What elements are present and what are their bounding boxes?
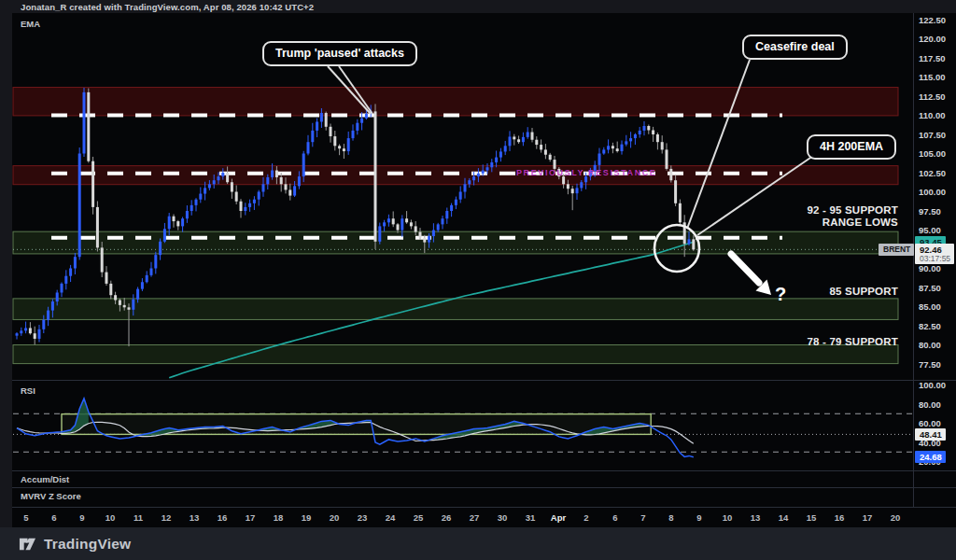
zone-caption-previously-resistance[interactable]: PREVIOUSLY RESISTANCE — [516, 168, 656, 177]
time-tick-6: 6 — [612, 512, 617, 523]
time-tick-17: 17 — [863, 512, 873, 523]
time-tick-Apr: Apr — [551, 512, 566, 523]
price-tick-110: 110.00 — [919, 110, 946, 120]
price-zones — [13, 88, 898, 364]
time-tick-15: 15 — [807, 512, 817, 523]
price-tick-95: 95.00 — [919, 225, 941, 235]
price-tick-122.5: 122.50 — [919, 15, 946, 25]
time-tick-8: 8 — [668, 512, 673, 523]
rsi-tick-100: 100.00 — [919, 380, 946, 390]
price-tick-87.5: 87.50 — [919, 283, 941, 293]
time-tick-9: 9 — [79, 512, 84, 523]
bar-countdown: 03:17:55 — [920, 255, 950, 263]
price-tick-112.5: 112.50 — [919, 91, 946, 102]
pane-separator-accum[interactable] — [12, 470, 956, 471]
tradingview-brand-text[interactable]: TradingView — [44, 536, 131, 553]
price-tick-107.5: 107.50 — [919, 130, 946, 140]
zone-support-78-79 — [13, 345, 898, 364]
ema-indicator-label[interactable]: EMA — [21, 19, 40, 29]
rsi-tick-80: 80.00 — [919, 399, 941, 410]
time-tick-13: 13 — [190, 512, 200, 523]
price-axis-border — [913, 13, 914, 507]
rsi-tick-60: 60.00 — [919, 418, 941, 428]
zone-support-85 — [13, 299, 898, 320]
annotation-4h-200ema[interactable]: 4H 200EMA — [807, 134, 896, 160]
footer-bar: TradingView — [0, 527, 956, 560]
price-tick-80: 80.00 — [919, 340, 941, 350]
time-tick-2: 2 — [583, 512, 588, 523]
rsi-value-badge: 24.68 — [915, 451, 946, 463]
time-tick-10: 10 — [723, 512, 733, 523]
time-tick-30: 30 — [498, 512, 508, 523]
time-tick-16: 16 — [218, 512, 228, 523]
zone-support-92-95 — [13, 231, 898, 254]
tradingview-chart-snapshot: Jonatan_R created with TradingView.com, … — [0, 0, 956, 560]
last-price-badge: 92.46 03:17:55 — [915, 244, 954, 264]
price-tick-115: 115.00 — [919, 72, 946, 82]
time-tick-13: 13 — [751, 512, 761, 523]
time-tick-16: 16 — [835, 512, 845, 523]
price-tick-102.5: 102.50 — [919, 168, 946, 178]
price-tick-97.5: 97.50 — [919, 206, 941, 217]
time-tick-20: 20 — [330, 512, 340, 523]
annotation-ceasefire-deal[interactable]: Ceasefire deal — [742, 35, 848, 60]
time-tick-25: 25 — [414, 512, 424, 523]
accum-dist-indicator-label[interactable]: Accum/Dist — [21, 474, 69, 484]
support-label-92-95[interactable]: 92 - 95 SUPPORT RANGE LOWS — [807, 204, 898, 229]
price-tick-85: 85.00 — [919, 301, 941, 312]
price-tick-82.5: 82.50 — [919, 321, 941, 331]
tradingview-logo-icon[interactable] — [19, 535, 36, 553]
time-tick-14: 14 — [779, 512, 789, 523]
time-tick-27: 27 — [470, 512, 480, 523]
time-tick-17: 17 — [246, 512, 256, 523]
time-tick-23: 23 — [358, 512, 368, 523]
question-mark-annotation[interactable]: ? — [775, 284, 786, 305]
rsi-ma-value-badge: 48.41 — [915, 428, 946, 441]
time-tick-11: 11 — [134, 512, 143, 523]
mvrv-indicator-label[interactable]: MVRV Z Score — [21, 491, 81, 501]
pane-separator-mvrv[interactable] — [12, 487, 956, 488]
time-tick-31: 31 — [526, 512, 536, 523]
support-label-78-79[interactable]: 78 - 79 SUPPORT — [807, 336, 898, 348]
down-arrow-shaft — [731, 254, 759, 283]
time-axis-separator — [12, 507, 956, 508]
symbol-tag-brent: BRENT — [879, 244, 914, 256]
price-tick-77.5: 77.50 — [919, 359, 941, 370]
time-tick-5: 5 — [23, 512, 28, 523]
time-tick-6: 6 — [51, 512, 56, 523]
zone-resistance-upper — [13, 88, 898, 116]
time-tick-20: 20 — [891, 512, 901, 523]
support-label-92-95-line2: RANGE LOWS — [822, 217, 898, 228]
time-tick-10: 10 — [105, 512, 116, 523]
price-tick-117.5: 117.50 — [919, 53, 946, 63]
price-tick-100: 100.00 — [919, 187, 946, 197]
time-tick-12: 12 — [162, 512, 172, 523]
time-tick-26: 26 — [442, 512, 452, 523]
time-tick-9: 9 — [696, 512, 701, 523]
time-tick-7: 7 — [640, 512, 645, 523]
price-tick-90: 90.00 — [919, 263, 941, 273]
support-label-92-95-line1: 92 - 95 SUPPORT — [807, 204, 898, 216]
pane-separator-rsi[interactable] — [12, 380, 956, 381]
support-label-85[interactable]: 85 SUPPORT — [829, 286, 898, 298]
price-tick-120: 120.00 — [919, 34, 946, 44]
time-tick-19: 19 — [302, 512, 312, 523]
rsi-range-box — [62, 414, 651, 435]
annotation-trump-paused-attacks[interactable]: Trump 'paused' attacks — [262, 41, 417, 66]
price-tick-105: 105.00 — [919, 148, 946, 159]
rsi-indicator-label[interactable]: RSI — [21, 385, 35, 396]
time-tick-24: 24 — [386, 512, 396, 523]
chart-canvas[interactable] — [0, 0, 956, 560]
time-tick-18: 18 — [274, 512, 284, 523]
annotation-pointer-line-2 — [687, 60, 750, 229]
